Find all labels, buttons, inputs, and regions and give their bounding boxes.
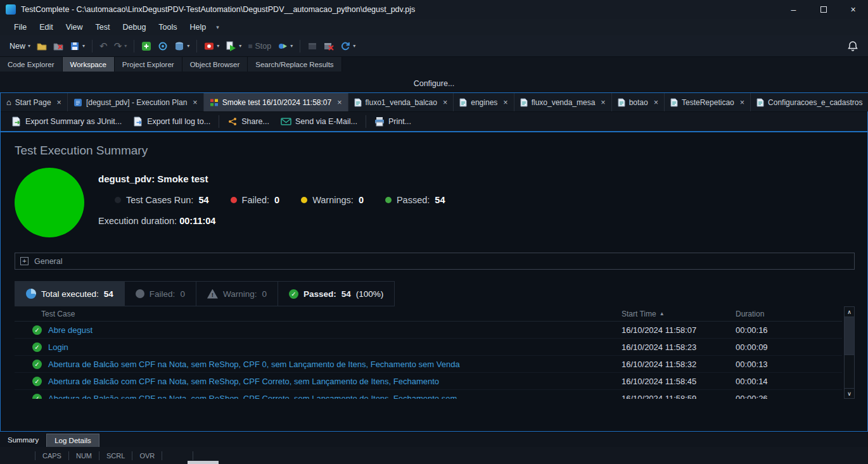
notifications-button[interactable] bbox=[844, 38, 862, 54]
horizontal-scrollbar-thumb[interactable] bbox=[188, 461, 219, 464]
close-icon[interactable]: × bbox=[193, 98, 197, 107]
chevron-down-icon[interactable]: ▾ bbox=[212, 24, 223, 30]
maximize-button[interactable] bbox=[808, 0, 838, 19]
doc-tab-smoke-test-log[interactable]: Smoke test 16/10/2024 11:58:07 × bbox=[204, 93, 348, 111]
menu-tools[interactable]: Tools bbox=[152, 23, 183, 32]
doc-tab-fluxo-venda-mesa[interactable]: fluxo_venda_mesa × bbox=[514, 93, 612, 111]
send-email-button[interactable]: Send via E-Mail... bbox=[275, 116, 363, 127]
tab-project-explorer[interactable]: Project Explorer bbox=[115, 57, 182, 72]
table-row[interactable]: ✓ Abertura de Balcão sem CPF na Nota, co… bbox=[15, 390, 842, 399]
script-file-icon bbox=[756, 98, 764, 107]
expand-icon[interactable]: + bbox=[20, 257, 29, 265]
tab-summary[interactable]: Summary bbox=[0, 432, 46, 447]
checkpoint-button[interactable] bbox=[155, 38, 171, 54]
close-project-button[interactable] bbox=[50, 38, 67, 54]
save-button[interactable]: ▾ bbox=[67, 38, 88, 54]
close-button[interactable]: × bbox=[838, 0, 868, 19]
menu-file[interactable]: File bbox=[8, 23, 33, 32]
close-icon[interactable]: × bbox=[740, 98, 744, 107]
doc-tab-engines[interactable]: engines × bbox=[454, 93, 514, 111]
stat-warnings: Warnings: 0 bbox=[301, 195, 364, 205]
stop-button-label: Stop bbox=[255, 42, 272, 51]
minimize-button[interactable]: – bbox=[779, 0, 808, 19]
scrollbar-track[interactable] bbox=[845, 355, 854, 388]
doc-tab-fluxo1-venda-balcao[interactable]: fluxo1_venda_balcao × bbox=[348, 93, 454, 111]
tab-log-details[interactable]: Log Details bbox=[46, 434, 99, 447]
doc-tab-botao[interactable]: botao × bbox=[612, 93, 665, 111]
table-row[interactable]: ✓ Abertura de Balcão sem CPF na Nota, se… bbox=[15, 356, 842, 373]
rerun-button[interactable]: ▾ bbox=[337, 38, 359, 54]
pane-button[interactable] bbox=[304, 38, 321, 54]
doc-tab-configuracoes-e-cadastros[interactable]: Configuracoes_e_cadastros × bbox=[751, 93, 868, 111]
menu-edit[interactable]: Edit bbox=[33, 23, 60, 32]
menu-help[interactable]: Help bbox=[184, 23, 213, 32]
menu-debug[interactable]: Debug bbox=[117, 23, 153, 32]
add-item-button[interactable] bbox=[138, 38, 155, 54]
export-log-button[interactable]: Export full log to... bbox=[127, 116, 216, 127]
table-row[interactable]: ✓ Login 16/10/2024 11:58:23 00:00:09 bbox=[15, 339, 842, 356]
column-start-time[interactable]: Start Time ▲ bbox=[622, 310, 736, 318]
run-button[interactable]: ▾ bbox=[222, 38, 245, 54]
close-folder-icon bbox=[53, 41, 63, 51]
passed-check-icon: ✓ bbox=[32, 360, 42, 369]
scroll-up-icon[interactable]: ∧ bbox=[845, 307, 854, 317]
data-generator-button[interactable]: ▾ bbox=[171, 38, 193, 54]
failed-circle-icon bbox=[136, 289, 144, 298]
send-email-label: Send via E-Mail... bbox=[295, 117, 357, 126]
column-duration[interactable]: Duration bbox=[736, 310, 842, 318]
test-case-link[interactable]: Abertura de Balcão sem CPF na Nota, com … bbox=[48, 394, 457, 399]
table-row[interactable]: ✓ Abre degust 16/10/2024 11:58:07 00:00:… bbox=[15, 322, 842, 339]
doc-tab-start-page[interactable]: ⌂ Start Page × bbox=[1, 93, 68, 111]
column-test-case[interactable]: Test Case bbox=[15, 310, 622, 318]
sort-asc-icon: ▲ bbox=[660, 311, 665, 317]
record-button[interactable]: ▾ bbox=[201, 38, 222, 54]
stop-button[interactable]: ■ Stop bbox=[245, 38, 274, 54]
doc-tab-testerepeticao[interactable]: TesteRepeticao × bbox=[665, 93, 751, 111]
execution-plan-icon bbox=[73, 98, 82, 107]
chevron-down-icon: ▾ bbox=[124, 43, 127, 49]
test-case-link[interactable]: Abertura de Balcão com CPF na Nota, sem … bbox=[48, 377, 439, 386]
status-separator bbox=[193, 451, 193, 460]
test-case-link[interactable]: Abertura de Balcão sem CPF na Nota, sem … bbox=[48, 360, 460, 369]
test-name: degust_pdv: Smoke test bbox=[98, 173, 445, 184]
undo-button[interactable]: ↶ bbox=[96, 38, 111, 54]
test-case-link[interactable]: Login bbox=[48, 342, 68, 352]
test-case-link[interactable]: Abre degust bbox=[48, 325, 93, 335]
tab-code-explorer[interactable]: Code Explorer bbox=[0, 57, 63, 72]
close-icon[interactable]: × bbox=[654, 98, 658, 107]
filter-tab-passed[interactable]: ✓ Passed: 54 (100%) bbox=[278, 281, 395, 306]
close-icon[interactable]: × bbox=[443, 98, 447, 107]
clear-log-button[interactable] bbox=[321, 38, 337, 54]
result-filter-tabs: Total executed: 54 Failed: 0 ! Warning: … bbox=[15, 281, 855, 306]
tab-search-replace-results[interactable]: Search/Replace Results bbox=[248, 57, 341, 72]
close-icon[interactable]: × bbox=[57, 98, 61, 107]
export-junit-button[interactable]: Export Summary as JUnit... bbox=[6, 116, 127, 127]
new-button[interactable]: New ▾ bbox=[6, 38, 34, 54]
menu-view[interactable]: View bbox=[60, 23, 89, 32]
vertical-scrollbar[interactable]: ∧ ∨ bbox=[844, 306, 855, 399]
menu-test[interactable]: Test bbox=[89, 23, 117, 32]
tab-object-browser[interactable]: Object Browser bbox=[182, 57, 248, 72]
configure-link[interactable]: Configure... bbox=[414, 79, 455, 88]
scroll-down-icon[interactable]: ∨ bbox=[845, 388, 854, 398]
general-section-header[interactable]: + General bbox=[15, 253, 855, 270]
filter-label: Failed: bbox=[150, 289, 176, 299]
filter-tab-failed[interactable]: Failed: 0 bbox=[125, 281, 196, 306]
close-icon[interactable]: × bbox=[601, 98, 605, 107]
close-icon[interactable]: × bbox=[337, 98, 341, 107]
filter-tab-total-executed[interactable]: Total executed: 54 bbox=[15, 281, 125, 306]
close-icon[interactable]: × bbox=[503, 98, 507, 107]
open-button[interactable] bbox=[34, 38, 50, 54]
doc-tab-execution-plan[interactable]: [degust_pdv] - Execution Plan × bbox=[68, 93, 204, 111]
tab-workspace[interactable]: Workspace bbox=[63, 57, 115, 72]
passed-check-icon: ✓ bbox=[32, 377, 42, 386]
table-row[interactable]: ✓ Abertura de Balcão com CPF na Nota, se… bbox=[15, 373, 842, 390]
filter-suffix: (100%) bbox=[356, 289, 384, 299]
print-button[interactable]: Print... bbox=[369, 116, 417, 127]
redo-button[interactable]: ↷ ▾ bbox=[111, 38, 131, 54]
share-button[interactable]: Share... bbox=[222, 116, 275, 127]
filter-tab-warning[interactable]: ! Warning: 0 bbox=[196, 281, 278, 306]
export-log-icon bbox=[133, 116, 143, 127]
debug-run-button[interactable]: ▾ bbox=[274, 38, 296, 54]
scrollbar-thumb[interactable] bbox=[845, 317, 854, 355]
